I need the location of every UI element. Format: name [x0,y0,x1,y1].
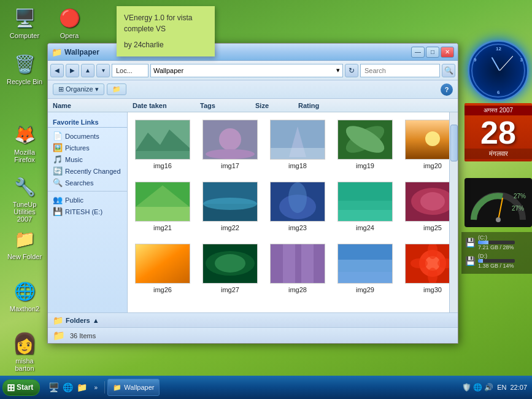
sidebar-item-searches[interactable]: 🔍 Searches [48,177,127,188]
folders-bar[interactable]: 📁 Folders ▲ [48,312,458,327]
new-folder-icon: 📁 [112,85,121,93]
file-item-img22[interactable]: img22 [200,179,260,234]
file-item-img27[interactable]: img27 [200,241,260,296]
sidebar-item-ritesh[interactable]: 💾 RITESH (E:) [48,206,127,217]
desktop-icon-computer[interactable]: 🖥️ Computer [3,3,46,42]
file-grid: img16 img17 [128,112,449,312]
sidebar-item-documents[interactable]: 📄 Documents [48,130,127,142]
forward-button[interactable]: ▶ [66,64,79,77]
desktop-icon-maxthon[interactable]: 🌐 Maxthon2 [3,276,46,315]
svg-point-36 [215,254,245,273]
svg-point-8 [219,128,241,150]
svg-rect-37 [271,244,325,283]
file-name-img16: img16 [153,162,172,169]
svg-point-1 [496,217,501,222]
documents-icon: 📄 [53,131,63,141]
col-tags[interactable]: Tags [200,102,255,109]
address-input[interactable] [112,64,148,77]
column-headers: Name Date taken Tags Size Rating [48,99,458,112]
toolbar: ⊞ Organize ▾ 📁 ? [48,80,458,99]
drive-c-usage: 7.21 GB / 28% [478,244,515,250]
file-item-img28[interactable]: img28 [268,241,328,296]
quick-arrow[interactable]: » [90,381,102,393]
start-button[interactable]: ⊞ Start [2,379,40,396]
file-item-img21[interactable]: img21 [133,179,193,234]
sidebar-item-label: Documents [65,133,99,140]
organize-button[interactable]: ⊞ Organize ▾ [53,83,104,95]
tuneup-icon: 🔧 [12,174,37,199]
drive-d-item: 💾 (D:) 1.38 GB / 14% [465,253,528,269]
music-icon: 🎵 [53,155,63,164]
col-size[interactable]: Size [255,102,298,109]
status-text: 36 Items [70,332,96,339]
taskbar-wallpaper-btn[interactable]: 📁 Wallpaper [107,379,160,396]
ritesh-icon: 💾 [53,207,63,216]
quick-ie[interactable]: 🌐 [61,381,74,393]
desktop-icon-opera[interactable]: 🔴 Opera [48,3,91,42]
taskbar-right: 🛡️ 🌐 🔊 EN 22:07 [462,383,530,392]
file-item-img30[interactable]: img30 [403,241,449,296]
new-folder-button[interactable]: 📁 [107,83,126,95]
file-item-img19[interactable]: img19 [335,117,395,172]
file-item-img25[interactable]: img25 [403,179,449,234]
file-name-img27: img27 [221,286,239,293]
desktop-icon-firefox[interactable]: 🦊 Mozilla Firefox [3,120,46,166]
file-item-img20[interactable]: img20 [403,117,449,172]
file-item-img26[interactable]: img26 [133,241,193,296]
desktop-icon-folder[interactable]: 📁 New Folder [3,224,46,263]
sidebar-item-pictures[interactable]: 🖼️ Pictures [48,142,127,153]
maximize-button[interactable]: □ [426,47,439,58]
desktop-icon-misha[interactable]: 👩 misha barton [3,328,46,374]
file-item-img23[interactable]: img23 [268,179,328,234]
sys-tray: 🛡️ 🌐 🔊 [462,383,493,392]
sidebar-item-recently-changed[interactable]: 🔄 Recently Changed [48,165,127,177]
desktop-icon-label: Recycle Bin [7,78,42,85]
window-title: Wallpaper [62,48,410,56]
drive-d-usage: 1.38 GB / 14% [478,263,515,269]
recently-changed-icon: 🔄 [53,166,63,176]
address-dropdown[interactable]: Wallpaper ▾ [150,64,343,77]
sidebar-item-label: Public [65,196,83,204]
quick-folder[interactable]: 📁 [75,381,88,393]
clock-widget: 12 3 6 9 [468,40,529,101]
col-date[interactable]: Date taken [133,102,200,109]
file-thumb-img16 [135,120,190,160]
file-item-img24[interactable]: img24 [335,179,395,234]
file-name-img22: img22 [221,224,239,231]
calendar-date: 28 [465,117,532,149]
up-button[interactable]: ▲ [81,64,94,77]
refresh-button[interactable]: ↻ [345,64,358,77]
scrollbar-thumb[interactable] [450,125,458,161]
col-rating[interactable]: Rating [298,102,347,109]
file-item-img18[interactable]: img18 [268,117,328,172]
sidebar-item-public[interactable]: 👥 Public [48,194,127,206]
taskbar: ⊞ Start 🖥️ 🌐 📁 » 📁 Wallpaper 🛡️ 🌐 🔊 EN 2… [0,376,532,399]
search-input[interactable] [360,64,440,77]
scrollbar-vertical[interactable] [449,112,458,312]
recent-locations-button[interactable]: ▾ [96,64,110,77]
minimize-button[interactable]: — [411,47,425,58]
sidebar-section-favorite-links: Favorite Links [48,116,127,128]
desktop-icon-tuneup[interactable]: 🔧 TuneUp Utilities 2007 [3,172,46,225]
sidebar-item-label: Searches [65,179,93,187]
file-item-img16[interactable]: img16 [133,117,193,172]
start-icon: ⊞ [7,382,15,393]
file-item-img29[interactable]: img29 [335,241,395,296]
col-name[interactable]: Name [53,102,133,109]
sidebar-item-music[interactable]: 🎵 Music [48,153,127,165]
svg-text:27%: 27% [514,193,526,200]
help-button[interactable]: ? [441,83,453,96]
close-button[interactable]: ✕ [441,47,454,58]
back-button[interactable]: ◀ [50,64,64,77]
quick-show-desktop[interactable]: 🖥️ [47,381,60,393]
search-button[interactable]: 🔍 [442,64,455,77]
desktop-icon-recycle[interactable]: 🗑️ Recycle Bin [3,49,46,88]
file-item-img17[interactable]: img17 [200,117,260,172]
file-name-img26: img26 [153,286,172,293]
sidebar: Favorite Links 📄 Documents 🖼️ Pictures 🎵… [48,112,128,312]
file-name-img17: img17 [221,162,239,169]
file-name-img25: img25 [423,224,442,231]
explorer-window: 📁 Wallpaper — □ ✕ ◀ ▶ ▲ ▾ Wallpaper ▾ ↻ … [47,43,458,344]
file-name-img28: img28 [288,286,307,293]
speedo-widget: 27% 27% [465,178,532,227]
